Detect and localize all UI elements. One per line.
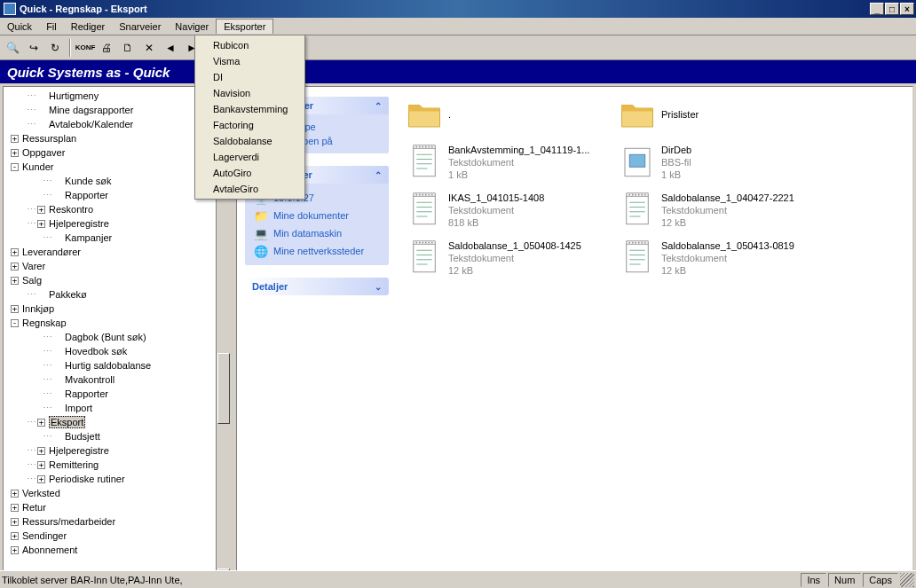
expander-icon[interactable]: + xyxy=(37,461,45,469)
svg-point-26 xyxy=(632,194,634,196)
expander-icon[interactable]: - xyxy=(11,163,19,171)
expander-icon[interactable]: + xyxy=(11,490,19,498)
tree-node[interactable]: +Innkjøp xyxy=(5,302,228,316)
expander-icon[interactable]: + xyxy=(11,546,19,554)
expander-icon[interactable]: + xyxy=(11,504,19,512)
tree-node[interactable]: ⋯+Eksport xyxy=(5,415,228,429)
tree-node[interactable]: ⋯Budsjett xyxy=(5,429,228,443)
new-icon[interactable]: 🗋 xyxy=(119,39,137,57)
file-item[interactable]: Saldobalanse_1_040427-2221Tekstdokument1… xyxy=(619,192,805,229)
status-bar: Tilkoblet server BAR-Inn Ute,PAJ-Inn Ute… xyxy=(0,570,916,588)
expander-icon[interactable]: + xyxy=(37,220,45,228)
dropdown-item-visma[interactable]: Visma xyxy=(197,53,303,69)
tree-node[interactable]: ⋯Hovedbok søk xyxy=(5,344,228,358)
dropdown-item-autogiro[interactable]: AutoGiro xyxy=(197,165,303,181)
delete-icon[interactable]: ✕ xyxy=(140,39,158,57)
conf-icon[interactable]: KONF xyxy=(76,39,94,57)
expander-icon[interactable]: + xyxy=(11,149,19,157)
folder-item[interactable]: . xyxy=(406,96,592,133)
tree-node[interactable]: ⋯+Reskontro xyxy=(5,202,228,216)
menu-rediger[interactable]: Rediger xyxy=(64,20,113,34)
tree-node[interactable]: ⋯Hurtig saldobalanse xyxy=(5,358,228,372)
tree-node[interactable]: -Regnskap xyxy=(5,316,228,330)
file-item[interactable]: IKAS_1_041015-1408Tekstdokument818 kB xyxy=(406,192,592,229)
tree-node[interactable]: +Ressurs/medarbeider xyxy=(5,514,228,529)
menu-eksporter[interactable]: Eksporter xyxy=(216,19,273,34)
tree-node[interactable]: +Retur xyxy=(5,500,228,514)
tree-node[interactable]: ⋯Pakkekø xyxy=(5,287,228,302)
svg-point-36 xyxy=(415,242,417,244)
tree-node[interactable]: +Verksted xyxy=(5,486,228,500)
details-panel-header[interactable]: Detaljer ⌄ xyxy=(245,278,389,295)
print-icon[interactable]: 🖨 xyxy=(98,39,115,57)
expander-icon[interactable]: + xyxy=(11,248,19,256)
tree-label: Leverandører xyxy=(22,247,81,257)
scroll-thumb[interactable] xyxy=(217,353,230,424)
file-area[interactable]: .PrislisterBankAvstemming_1_041119-1...T… xyxy=(397,87,912,583)
expander-icon[interactable]: + xyxy=(11,532,19,540)
tree-label: Innkjøp xyxy=(22,303,54,314)
dropdown-item-avtalegiro[interactable]: AvtaleGiro xyxy=(197,181,303,197)
resize-grip[interactable] xyxy=(900,573,914,587)
folder-icon xyxy=(406,96,443,133)
expander-icon[interactable]: + xyxy=(37,447,45,455)
file-item[interactable]: BankAvstemming_1_041119-1...Tekstdokumen… xyxy=(406,144,592,181)
minimize-button[interactable]: _ xyxy=(870,3,884,15)
tree-label: Dagbok (Bunt søk) xyxy=(65,332,146,342)
expander-icon[interactable]: + xyxy=(37,206,45,214)
dropdown-item-factoring[interactable]: Factoring xyxy=(197,117,303,133)
dropdown-item-saldobalanse[interactable]: Saldobalanse xyxy=(197,133,303,149)
place-link[interactable]: 💻Min datamaskin xyxy=(254,224,380,242)
close-button[interactable]: × xyxy=(900,3,914,15)
search-icon[interactable]: 🔍 xyxy=(4,39,21,57)
file-item[interactable]: Saldobalanse_1_050408-1425Tekstdokument1… xyxy=(406,239,592,277)
tree-node[interactable]: +Leverandører xyxy=(5,245,228,259)
tree-node[interactable]: ⋯Rapporter xyxy=(5,387,228,401)
expander-icon[interactable]: + xyxy=(11,518,19,526)
dropdown-item-navision[interactable]: Navision xyxy=(197,85,303,101)
tree-node[interactable]: ⋯Dagbok (Bunt søk) xyxy=(5,330,228,344)
folder-item[interactable]: Prislister xyxy=(619,96,805,133)
expander-icon[interactable]: + xyxy=(11,277,19,285)
expander-icon[interactable]: + xyxy=(37,419,45,427)
dropdown-item-di[interactable]: DI xyxy=(197,69,303,85)
tree-node[interactable]: ⋯Kampanjer xyxy=(5,231,228,245)
separator xyxy=(69,39,71,57)
tree-node[interactable]: ⋯Mvakontroll xyxy=(5,372,228,387)
dropdown-item-rubicon[interactable]: Rubicon xyxy=(197,37,303,53)
tree-label: Pakkekø xyxy=(49,289,87,300)
tree-node[interactable]: +Salg xyxy=(5,273,228,287)
menu-fil[interactable]: Fil xyxy=(39,20,64,34)
tree-label: Rapporter xyxy=(65,190,108,200)
tree-node[interactable]: ⋯+Periodiske rutiner xyxy=(5,472,228,486)
file-item[interactable]: Saldobalanse_1_050413-0819Tekstdokument1… xyxy=(619,239,805,277)
menu-naviger[interactable]: Naviger xyxy=(168,20,216,34)
svg-point-50 xyxy=(638,242,640,244)
tree-node[interactable]: ⋯Import xyxy=(5,401,228,415)
tree-node[interactable]: +Sendinger xyxy=(5,529,228,543)
tree-label: Varer xyxy=(22,261,45,271)
expander-icon[interactable]: + xyxy=(11,135,19,143)
maximize-button[interactable]: □ xyxy=(885,3,899,15)
place-link[interactable]: 📁Mine dokumenter xyxy=(254,207,380,224)
tree-node[interactable]: ⋯+Remittering xyxy=(5,458,228,472)
tree-node[interactable]: +Varer xyxy=(5,259,228,273)
expander-icon[interactable]: + xyxy=(11,305,19,313)
tree-node[interactable]: ⋯+Hjelperegistre xyxy=(5,443,228,458)
back-icon[interactable]: ◄ xyxy=(162,39,179,57)
file-item[interactable]: DirDebBBS-fil1 kB xyxy=(619,144,805,181)
menu-quick[interactable]: Quick xyxy=(0,20,39,34)
chevron-up-icon: ⌃ xyxy=(375,101,382,111)
dropdown-item-bankavstemming[interactable]: Bankavstemming xyxy=(197,101,303,117)
expander-icon[interactable]: + xyxy=(11,263,19,270)
export-icon[interactable]: ↪ xyxy=(25,39,43,57)
place-link[interactable]: 🌐Mine nettverkssteder xyxy=(254,242,380,260)
tree-node[interactable]: +Abonnement xyxy=(5,543,228,557)
refresh-icon[interactable]: ↻ xyxy=(46,39,64,57)
chevron-down-icon: ⌄ xyxy=(375,282,382,292)
tree-node[interactable]: ⋯+Hjelperegistre xyxy=(5,216,228,231)
expander-icon[interactable]: - xyxy=(11,319,19,327)
dropdown-item-lagerverdi[interactable]: Lagerverdi xyxy=(197,149,303,165)
expander-icon[interactable]: + xyxy=(37,475,45,483)
menu-snarveier[interactable]: Snarveier xyxy=(112,20,168,34)
